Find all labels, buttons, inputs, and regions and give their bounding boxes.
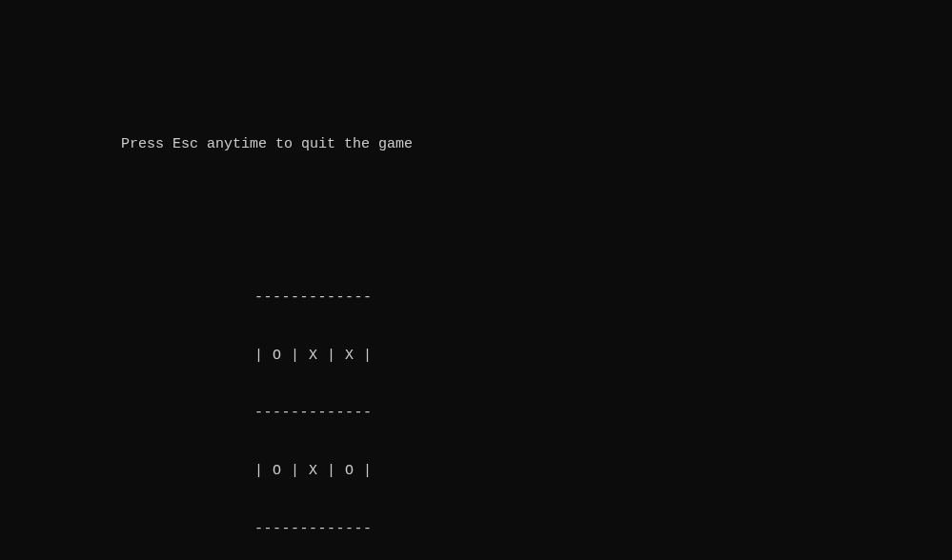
board-divider: -------------	[254, 404, 952, 423]
quit-instruction: Press Esc anytime to quit the game	[121, 135, 952, 154]
board-divider: -------------	[254, 289, 952, 308]
terminal-output: Press Esc anytime to quit the game -----…	[0, 77, 952, 560]
board-row-1: | O | X | O |	[254, 462, 952, 481]
game-board: ------------- | O | X | X | ------------…	[121, 250, 952, 560]
board-divider: -------------	[254, 520, 952, 539]
board-row-0: | O | X | X |	[254, 347, 952, 366]
